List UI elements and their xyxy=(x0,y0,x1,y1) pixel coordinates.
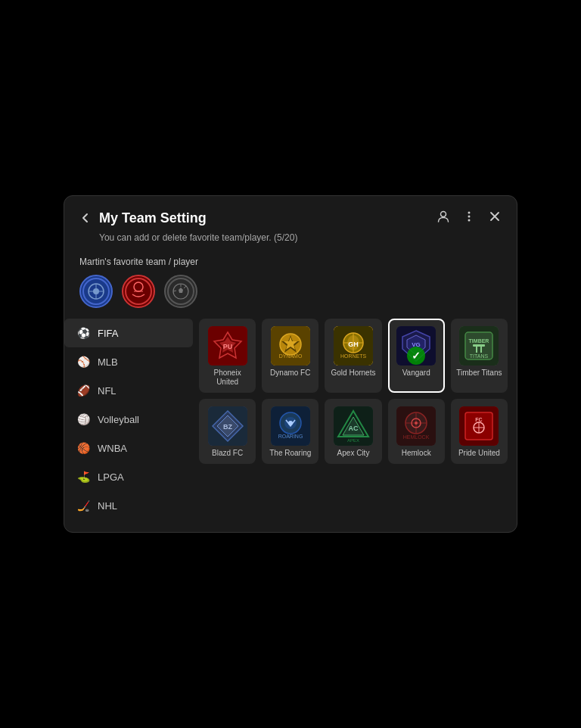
svg-rect-37 xyxy=(480,347,482,353)
sidebar-item-nhl[interactable]: 🏒 NHL xyxy=(64,491,193,520)
favorites-label: Martin's favorite team / player xyxy=(79,257,502,267)
selected-checkmark: ✓ xyxy=(407,347,425,365)
team-name-hemlock: Hemlock xyxy=(402,449,431,458)
sidebar-label-fifa: FIFA xyxy=(98,328,118,339)
svg-point-46 xyxy=(288,421,293,425)
team-card-phoenix[interactable]: PU Phoneix United xyxy=(199,319,256,393)
svg-point-0 xyxy=(441,212,446,217)
sidebar-label-mlb: MLB xyxy=(98,356,118,368)
teams-grid-container: PU Phoneix United DYNAMO xyxy=(193,319,517,520)
football-icon: 🏈 xyxy=(76,384,90,397)
svg-rect-35 xyxy=(473,344,485,347)
svg-point-58 xyxy=(415,422,418,425)
sidebar-item-wnba[interactable]: 🏀 WNBA xyxy=(64,434,193,462)
sidebar-label-wnba: WNBA xyxy=(98,443,127,454)
dialog-title: My Team Setting xyxy=(99,210,437,226)
sidebar-item-fifa[interactable]: ⚽ FIFA xyxy=(64,319,193,347)
team-logo-apex: AC APEX xyxy=(334,406,373,446)
team-card-vangard[interactable]: VG ✓ Vangard xyxy=(388,319,445,393)
team-card-timber[interactable]: TIMBER TITANS Timber Titans xyxy=(451,319,508,393)
svg-text:FC: FC xyxy=(476,417,483,422)
team-name-vangard: Vangard xyxy=(402,369,430,378)
team-card-hornets[interactable]: GH HORNETS Gold Hornets xyxy=(325,319,381,393)
team-logo-hemlock: HEMLOCK xyxy=(396,406,436,446)
svg-text:AC: AC xyxy=(348,425,358,432)
my-team-setting-dialog: My Team Setting You ca xyxy=(64,195,517,533)
svg-text:APEX: APEX xyxy=(347,438,359,443)
svg-point-1 xyxy=(468,212,471,214)
close-icon[interactable] xyxy=(488,210,502,226)
svg-text:HORNETS: HORNETS xyxy=(340,353,367,359)
team-name-timber: Timber Titans xyxy=(456,369,502,378)
teams-grid: PU Phoneix United DYNAMO xyxy=(199,319,508,464)
dialog-subtitle: You can add or delete favorite team/play… xyxy=(64,232,517,252)
profile-icon[interactable] xyxy=(437,210,450,226)
team-card-apex[interactable]: AC APEX Apex City xyxy=(325,399,381,464)
nhl-icon: 🏒 xyxy=(76,499,90,512)
team-name-blazd: Blazd FC xyxy=(212,449,243,458)
sidebar: ⚽ FIFA ⚾ MLB 🏈 NFL 🏐 Volleyball 🏀 WNBA ⛳ xyxy=(64,319,193,520)
sidebar-item-lpga[interactable]: ⛳ LPGA xyxy=(64,462,193,491)
svg-text:TIMBER: TIMBER xyxy=(469,338,489,344)
team-logo-timber: TIMBER TITANS xyxy=(459,326,499,366)
sidebar-label-nhl: NHL xyxy=(98,500,117,512)
wnba-icon: 🏀 xyxy=(76,441,90,455)
team-card-roaring[interactable]: ROARING The Roaring xyxy=(262,399,318,464)
team-name-roaring: The Roaring xyxy=(269,449,311,458)
sidebar-item-nfl[interactable]: 🏈 NFL xyxy=(64,376,193,405)
svg-text:PU: PU xyxy=(222,343,232,350)
team-name-hornets: Gold Hornets xyxy=(331,369,376,378)
team-card-dynamo[interactable]: DYNAMO Dynamo FC xyxy=(262,319,318,393)
svg-rect-36 xyxy=(476,347,477,353)
svg-text:ROARING: ROARING xyxy=(278,434,303,439)
svg-text:HEMLOCK: HEMLOCK xyxy=(403,434,430,440)
team-logo-roaring: ROARING xyxy=(271,406,310,446)
svg-point-2 xyxy=(468,216,471,218)
favorites-section: Martin's favorite team / player xyxy=(64,252,517,319)
volleyball-icon: 🏐 xyxy=(76,412,90,426)
team-name-phoenix: Phoneix United xyxy=(204,369,251,387)
soccer-icon: ⚽ xyxy=(76,326,90,340)
svg-point-3 xyxy=(468,219,471,222)
team-card-blazd[interactable]: BZ Blazd FC xyxy=(199,399,256,464)
team-card-hemlock[interactable]: HEMLOCK Hemlock xyxy=(388,399,445,464)
baseball-icon: ⚾ xyxy=(76,355,90,369)
team-card-pride[interactable]: FC Pride United xyxy=(451,399,508,464)
sidebar-item-volleyball[interactable]: 🏐 Volleyball xyxy=(64,405,193,434)
favorite-item-3[interactable] xyxy=(164,275,197,308)
team-logo-phoenix: PU xyxy=(208,326,247,366)
team-name-pride: Pride United xyxy=(458,449,500,458)
header-icons xyxy=(437,210,502,226)
team-name-apex: Apex City xyxy=(337,449,370,458)
favorite-item-1[interactable] xyxy=(79,275,113,308)
sidebar-label-nfl: NFL xyxy=(98,385,117,397)
sidebar-label-lpga: LPGA xyxy=(98,471,124,483)
svg-text:BZ: BZ xyxy=(223,423,232,431)
svg-text:TITANS: TITANS xyxy=(470,353,489,359)
team-logo-hornets: GH HORNETS xyxy=(334,326,373,366)
sidebar-label-volleyball: Volleyball xyxy=(98,414,139,425)
svg-text:DYNAMO: DYNAMO xyxy=(278,353,302,359)
favorites-row xyxy=(79,275,502,308)
team-name-dynamo: Dynamo FC xyxy=(270,369,310,378)
team-logo-pride: FC xyxy=(459,406,499,446)
content-area: ⚽ FIFA ⚾ MLB 🏈 NFL 🏐 Volleyball 🏀 WNBA ⛳ xyxy=(64,319,517,532)
lpga-icon: ⛳ xyxy=(76,470,90,484)
dialog-header: My Team Setting xyxy=(64,196,517,232)
team-logo-dynamo: DYNAMO xyxy=(271,326,310,366)
team-logo-blazd: BZ xyxy=(208,406,247,446)
back-button[interactable] xyxy=(79,212,92,224)
sidebar-item-mlb[interactable]: ⚾ MLB xyxy=(64,347,193,376)
svg-text:GH: GH xyxy=(348,341,359,348)
more-options-icon[interactable] xyxy=(462,210,476,226)
favorite-item-2[interactable] xyxy=(122,275,155,308)
